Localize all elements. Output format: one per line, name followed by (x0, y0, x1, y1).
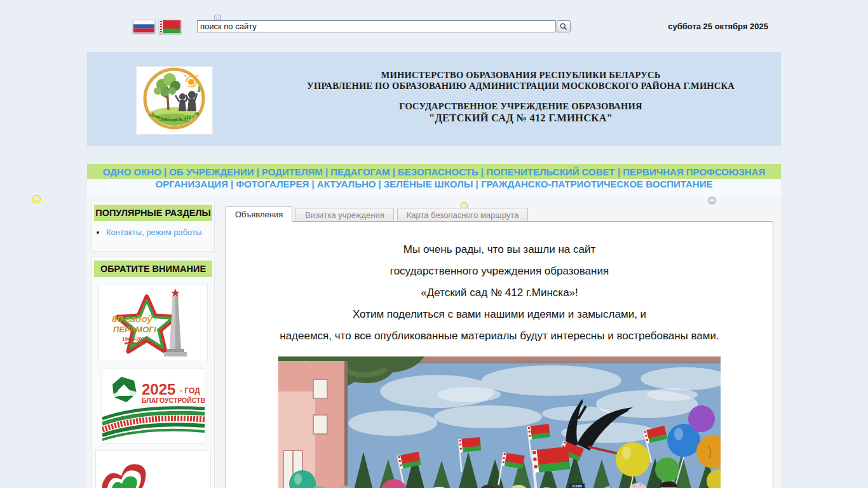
popular-list: Контакты, режим работы (92, 227, 214, 237)
search-button[interactable] (557, 20, 571, 32)
nav-separator: | (390, 166, 398, 177)
current-date: суббота 25 октября 2025 (668, 22, 768, 31)
popular-sections-box: ПОПУЛЯРНЫЕ РАЗДЕЛЫ Контакты, режим работ… (92, 201, 215, 252)
belarusian-flag-icon[interactable] (159, 20, 181, 34)
svg-text:2025: 2025 (142, 381, 175, 398)
main-photo: ICON (278, 356, 721, 488)
nav-separator: | (473, 179, 481, 189)
tab-inactive[interactable]: Визитка учреждения (295, 208, 394, 222)
nav-link[interactable]: ПЕДАГОГАМ (330, 166, 390, 177)
nav-link[interactable]: БЕЗОПАСНОСТЬ (398, 166, 478, 177)
nav-link[interactable]: РОДИТЕЛЯМ (262, 166, 323, 177)
nav-link[interactable]: ОБ УЧРЕЖДЕНИИ (169, 166, 254, 177)
tab-inactive[interactable]: Карта безопасного маршрута (397, 208, 529, 222)
nav-separator: | (478, 166, 487, 177)
nav-separator: | (254, 166, 262, 177)
nav-link[interactable]: АКТУАЛЬНО (317, 179, 376, 189)
nav-separator: | (615, 166, 623, 177)
nav-separator: | (309, 179, 317, 189)
svg-text:1945–2025: 1945–2025 (122, 336, 148, 342)
tab-bar: ОбъявленияВизитка учрежденияКарта безопа… (226, 207, 531, 222)
nav-link[interactable]: ОДНО ОКНО (103, 166, 161, 177)
svg-text:80 гадоў: 80 гадоў (112, 313, 153, 324)
main-panel: Мы очень рады, что вы зашли на сайтгосуд… (226, 221, 773, 488)
institution-name: "ДЕТСКИЙ САД № 412 Г.МИНСКА" (261, 112, 781, 124)
attention-title: ОБРАТИТЕ ВНИМАНИЕ (94, 261, 212, 277)
search-input[interactable] (197, 20, 556, 32)
welcome-text: Мы очень рады, что вы зашли на сайтгосуд… (226, 239, 773, 347)
ministry-title: МИНИСТЕРСТВО ОБРАЗОВАНИЯ РЕСПУБЛИКИ БЕЛА… (261, 70, 781, 81)
svg-text:БЛАГОУСТРОЙСТВА: БЛАГОУСТРОЙСТВА (142, 396, 205, 404)
site-logo[interactable]: Детский сад № 412 г.Минска (136, 66, 213, 135)
building (278, 361, 348, 488)
nav-link[interactable]: ЗЕЛЁНЫЕ ШКОЛЫ (384, 179, 473, 189)
nav-separator: | (161, 166, 170, 177)
banner-year-2025[interactable]: 2025 - ГОД БЛАГОУСТРОЙСТВА (102, 369, 205, 444)
nav-link[interactable]: ГРАЖДАНСКО-ПАТРИОТИЧЕСКОЕ ВОСПИТАНИЕ (481, 179, 713, 189)
nav-separator: | (323, 166, 331, 177)
nav-link[interactable]: ФОТОГАЛЕРЕЯ (236, 179, 309, 189)
attention-box: ОБРАТИТЕ ВНИМАНИЕ 80 гадоў ПЕРАМОГІ (92, 257, 215, 488)
welcome-line: Хотим поделиться с вами нашими идеями и … (226, 304, 773, 325)
nav-separator: | (376, 179, 384, 189)
header-titles: МИНИСТЕРСТВО ОБРАЗОВАНИЯ РЕСПУБЛИКИ БЕЛА… (261, 70, 781, 124)
welcome-line: Мы очень рады, что вы зашли на сайт (226, 239, 773, 261)
tab-active[interactable]: Объявления (226, 207, 292, 222)
welcome-line: надеемся, что все опубликованные материа… (226, 325, 773, 347)
nav-separator: | (228, 179, 236, 189)
welcome-line: «Детский сад № 412 г.Минска»! (226, 282, 773, 304)
welcome-line: государственного учреждения образования (226, 261, 773, 282)
svg-text:ICON: ICON (573, 484, 582, 488)
main-nav: ОДНО ОКНО | ОБ УЧРЕЖДЕНИИ | РОДИТЕЛЯМ | … (87, 164, 781, 190)
header-banner: Детский сад № 412 г.Минска МИНИСТЕРСТВО … (87, 52, 781, 146)
sidebar-link[interactable]: Контакты, режим работы (106, 227, 201, 237)
smiley-icon (32, 194, 41, 204)
russian-flag-icon[interactable] (133, 20, 155, 33)
svg-text:ПЕРАМОГІ: ПЕРАМОГІ (113, 325, 156, 334)
banner-victory-80[interactable]: 80 гадоў ПЕРАМОГІ 1945–2025 (98, 285, 208, 362)
page: суббота 25 октября 2025 (0, 0, 868, 488)
banner-edinyj-den[interactable]: ЕДИНЫЙ ДЕНЬ (95, 450, 211, 488)
institution-type: ГОСУДАРСТВЕННОЕ УЧРЕЖДЕНИЕ ОБРАЗОВАНИЯ (261, 101, 781, 112)
search-icon (559, 22, 568, 31)
list-item: Контакты, режим работы (106, 227, 214, 237)
nav-link[interactable]: ПОПЕЧИТЕЛЬСКИЙ СОВЕТ (486, 166, 615, 177)
department-title: УПРАВЛЕНИЕ ПО ОБРАЗОВАНИЮ АДМИНИСТРАЦИИ … (261, 81, 781, 92)
smiley-icon (708, 196, 716, 205)
svg-text:- ГОД: - ГОД (180, 386, 200, 395)
popular-sections-title: ПОПУЛЯРНЫЕ РАЗДЕЛЫ (94, 205, 212, 221)
